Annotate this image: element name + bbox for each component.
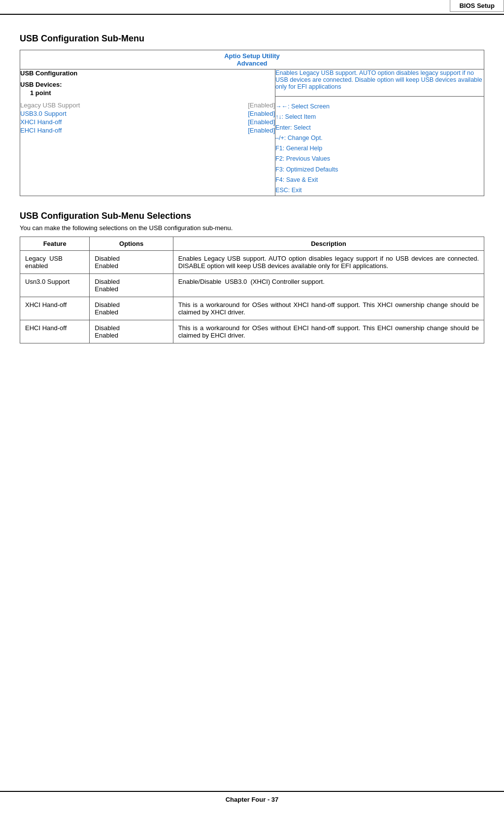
table-row: Legacy USB enabled DisabledEnabled Enabl… <box>20 251 484 274</box>
setting-value-ehci: [Enabled] <box>248 127 275 134</box>
feature-usb3: Usn3.0 Support <box>20 274 90 297</box>
desc-legacy-usb: Enables Legacy USB support. AUTO option … <box>173 251 484 274</box>
options-xhci: DisabledEnabled <box>90 297 173 320</box>
desc-ehci: This is a workaround for OSes without EH… <box>173 320 484 343</box>
setting-name-usb3: USB3.0 Support <box>20 110 67 117</box>
table-row: Usn3.0 Support DisabledEnabled Enable/Di… <box>20 274 484 297</box>
table-row: EHCI Hand-off DisabledEnabled This is a … <box>20 320 484 343</box>
setting-value-legacy: [Enabled] <box>248 102 275 109</box>
bios-setting-row: Legacy USB Support [Enabled] <box>20 102 275 109</box>
nav-item-f3: F3: Optimized Defaults <box>275 165 484 175</box>
bios-nav-list: →←: Select Screen ↑↓: Select Item Enter:… <box>275 102 484 196</box>
setting-value-xhci: [Enabled] <box>248 118 275 126</box>
options-legacy-usb: DisabledEnabled <box>90 251 173 274</box>
feature-xhci: XHCI Hand-off <box>20 297 90 320</box>
advanced-label: Advanced <box>20 60 484 67</box>
setting-name-ehci: EHCI Hand-off <box>20 127 62 134</box>
nav-item-enter: Enter: Select <box>275 123 484 133</box>
desc-xhci: This is a workaround for OSes without XH… <box>173 297 484 320</box>
desc-usb3: Enable/Disable USB3.0 (XHCI) Controller … <box>173 274 484 297</box>
options-usb3: DisabledEnabled <box>90 274 173 297</box>
feature-ehci: EHCI Hand-off <box>20 320 90 343</box>
aptio-title: Aptio Setup Utility <box>20 52 484 60</box>
bios-screenshot-table: Aptio Setup Utility Advanced USB Configu… <box>20 50 484 196</box>
nav-item-esc: ESC: Exit <box>275 185 484 196</box>
options-ehci: DisabledEnabled <box>90 320 173 343</box>
selections-table: Feature Options Description Legacy USB e… <box>20 237 484 343</box>
nav-item-select-screen: →←: Select Screen <box>275 102 484 112</box>
bios-content-row: USB Configuration USB Devices: 1 point L… <box>20 69 484 196</box>
feature-legacy-usb: Legacy USB enabled <box>20 251 90 274</box>
usb-devices-label: USB Devices: <box>20 81 275 88</box>
setting-value-usb3: [Enabled] <box>248 110 275 117</box>
col-header-feature: Feature <box>20 237 90 251</box>
bios-setting-row: EHCI Hand-off [Enabled] <box>20 127 275 134</box>
bios-right-panel: Enables Legacy USB support. AUTO option … <box>275 69 484 196</box>
bios-setup-tab: BIOS Setup <box>450 0 504 12</box>
section1-heading: USB Configuration Sub-Menu <box>20 34 484 44</box>
usb-devices-value: 1 point <box>30 89 275 97</box>
setting-name-legacy: Legacy USB Support <box>20 102 80 109</box>
bios-help-text: Enables Legacy USB support. AUTO option … <box>275 69 484 97</box>
table-header-row: Feature Options Description <box>20 237 484 251</box>
nav-item-select-item: ↑↓: Select Item <box>275 112 484 122</box>
table-row: XHCI Hand-off DisabledEnabled This is a … <box>20 297 484 320</box>
col-header-description: Description <box>173 237 484 251</box>
usb-config-title: USB Configuration <box>20 69 275 77</box>
nav-item-f1: F1: General Help <box>275 143 484 154</box>
bios-setting-row: USB3.0 Support [Enabled] <box>20 110 275 117</box>
bios-left-panel: USB Configuration USB Devices: 1 point L… <box>20 69 275 196</box>
bios-settings-list: Legacy USB Support [Enabled] USB3.0 Supp… <box>20 102 275 134</box>
col-header-options: Options <box>90 237 173 251</box>
selections-description: You can make the following selections on… <box>20 224 484 232</box>
bios-header-row: Aptio Setup Utility Advanced <box>20 50 484 69</box>
setting-name-xhci: XHCI Hand-off <box>20 118 62 126</box>
nav-item-f2: F2: Previous Values <box>275 154 484 164</box>
bios-setting-row: XHCI Hand-off [Enabled] <box>20 118 275 126</box>
section2-heading: USB Configuration Sub-Menu Selections <box>20 211 484 221</box>
nav-item-f4: F4: Save & Exit <box>275 175 484 185</box>
nav-item-change-opt: –/+: Change Opt. <box>275 133 484 143</box>
page-footer: Chapter Four - 37 <box>0 791 504 803</box>
